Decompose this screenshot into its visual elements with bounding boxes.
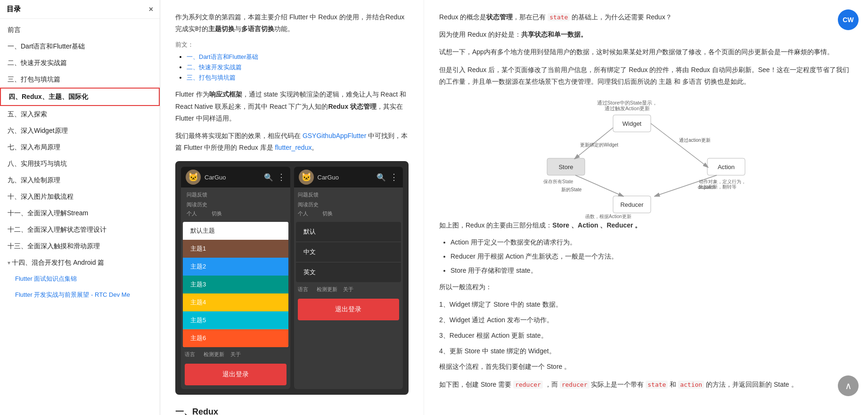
- sidebar-item-state-mgmt[interactable]: 十二、全面深入理解状态管理设计: [0, 221, 160, 238]
- flow-step: 4、更新 Store 中 state 绑定的 Widget。: [439, 345, 853, 357]
- theme-menu: 默认主题 主题1 主题2 主题3 主题4 主题5 主题6: [183, 222, 288, 347]
- article-result: 我们最终将实现如下图的效果，相应代码在 GSYGithubAppFlutter …: [175, 130, 409, 154]
- gsy-link[interactable]: GSYGithubAppFlutter: [303, 132, 366, 139]
- prev-links-list: 一、Dart语言和Flutter基础二、快速开发实战篇三、打包与填坑篇: [175, 53, 409, 82]
- redux-component-item: Action 用于定义一个数据变化的请求行为。: [450, 237, 853, 248]
- prev-link[interactable]: 一、Dart语言和Flutter基础: [187, 53, 258, 60]
- right-section-label3: 个人 切换: [298, 209, 400, 218]
- theme-default[interactable]: 默认主题: [183, 222, 288, 240]
- prev-list-item: 一、Dart语言和Flutter基础: [187, 53, 409, 61]
- phone-left-search-icon: 🔍: [264, 173, 273, 182]
- flow-step: 1、Widget 绑定了 Store 中的 state 数据。: [439, 299, 853, 310]
- right-intro2: 因为使用 Redux 的好处是：共享状态和单一数据。: [439, 29, 853, 41]
- right-para1: 试想一下，App内有多个地方使用到登陆用户的数据，这时候如果某处对用户数据做了修…: [439, 46, 853, 58]
- svg-text:比如刷新，翻转等: 比如刷新，翻转等: [699, 184, 737, 189]
- prev-section: 前文：: [175, 41, 409, 49]
- phone-left-more-icon: ⋮: [277, 172, 286, 182]
- right-section-label1: 问题反馈: [298, 189, 400, 200]
- right-composed: 如上图，Redux 的主要由三部分组成：Store 、Action 、Reduc…: [439, 220, 853, 231]
- prev-link[interactable]: 二、快速开发实战篇: [187, 64, 242, 71]
- sidebar-item-deep-widget[interactable]: 六、深入Widget原理: [0, 122, 160, 139]
- phone-right-avatar: 🐱: [299, 170, 314, 185]
- theme-2[interactable]: 主题2: [183, 258, 288, 276]
- left-section-label1: 问题反馈: [183, 189, 288, 200]
- sidebar-header: 目录 ×: [0, 0, 160, 19]
- sidebar-item-preface[interactable]: 前言: [0, 22, 160, 38]
- sidebar-item-gesture[interactable]: 十三、全面深入触摸和滑动原理: [0, 238, 160, 254]
- svg-text:动作对象，定义行为，: 动作对象，定义行为，: [699, 179, 746, 184]
- lang-menu: 默认 中文 英文: [296, 222, 401, 282]
- phone-right-logout[interactable]: 退出登录: [298, 299, 400, 320]
- scroll-top-button[interactable]: ∧: [838, 375, 859, 396]
- svg-text:Action: Action: [718, 163, 735, 171]
- theme-6[interactable]: 主题6: [183, 329, 288, 347]
- phone-left-title: CarGuo: [205, 174, 260, 181]
- sidebar-item-dart-flutter[interactable]: 一、Dart语言和Flutter基础: [0, 38, 160, 55]
- lang-default[interactable]: 默认: [296, 222, 401, 242]
- left-section-label2: 阅读历史: [183, 200, 288, 209]
- flow-label: 所以一般流程为：: [439, 281, 853, 293]
- sidebar-item-deep-layout[interactable]: 七、深入布局原理: [0, 139, 160, 155]
- left-section-label3: 个人 切换: [183, 209, 288, 218]
- article-pane: 作为系列文章的第四篇，本篇主要介绍 Flutter 中 Redux 的使用，并结…: [160, 0, 424, 415]
- sidebar-item-android[interactable]: 十四、混合开发打包 Android 篇: [0, 254, 160, 271]
- lang-english[interactable]: 英文: [296, 262, 401, 282]
- redux-diagram: 通过Store中的State显示， 通过触发Action更新 Widget St…: [439, 97, 853, 210]
- phone-left-avatar: 🐱: [186, 170, 201, 185]
- flow-step: 2、Widget 通过 Action 发布一个动作。: [439, 314, 853, 326]
- prev-link[interactable]: 三、打包与填坑篇: [187, 74, 236, 81]
- redux-component-item: Store 用于存储和管理 state。: [450, 265, 853, 277]
- svg-text:Widget: Widget: [622, 120, 642, 127]
- svg-text:通过Store中的State显示，: 通过Store中的State显示，: [597, 100, 658, 106]
- scroll-up-icon: ∧: [845, 380, 852, 391]
- flow-end: 根据这个流程，首先我们要创建一个 Store 。: [439, 361, 853, 373]
- right-para2: 但是引入 Redux 后，某个页面修改了当前用户信息，所有绑定了 Redux 的…: [439, 64, 853, 88]
- phones-container: 🐱 CarGuo 🔍 ⋮ 问题反馈 阅读历史 个人 切换 默认主题 主题1: [175, 161, 409, 395]
- flow-steps: 1、Widget 绑定了 Store 中的 state 数据。2、Widget …: [439, 299, 853, 358]
- svg-text:Store: Store: [558, 163, 573, 171]
- theme-1[interactable]: 主题1: [183, 240, 288, 258]
- theme-3[interactable]: 主题3: [183, 276, 288, 293]
- svg-text:Reducer: Reducer: [620, 201, 644, 208]
- redux-components-list: Action 用于定义一个数据变化的请求行为。Reducer 用于根据 Acti…: [439, 237, 853, 276]
- phone-left-logout[interactable]: 退出登录: [185, 364, 287, 385]
- sidebar-item-deep-image[interactable]: 十、深入图片加载流程: [0, 188, 160, 205]
- sidebar-close-button[interactable]: ×: [149, 5, 153, 14]
- phone-left: 🐱 CarGuo 🔍 ⋮ 问题反馈 阅读历史 个人 切换 默认主题 主题1: [181, 167, 290, 389]
- flow-step: 3、Reducer 根据 Action 更新 state。: [439, 330, 853, 342]
- lang-chinese[interactable]: 中文: [296, 242, 401, 262]
- right-section-label2: 阅读历史: [298, 200, 400, 209]
- sidebar-item-practical-tips[interactable]: 八、实用技巧与填坑: [0, 155, 160, 172]
- article-framework: Flutter 作为响应式框架，通过 state 实现跨帧渲染的逻辑，难免让人与…: [175, 89, 409, 124]
- redux-diagram-svg: 通过Store中的State显示， 通过触发Action更新 Widget St…: [439, 97, 853, 220]
- left-bottom-labels: 语言 检测更新 关于: [181, 349, 290, 360]
- sidebar-item-package[interactable]: 三、打包与填坑篇: [0, 71, 160, 88]
- phone-right-title: CarGuo: [318, 174, 373, 181]
- theme-5[interactable]: 主题5: [183, 311, 288, 329]
- sidebar: 目录 × 前言一、Dart语言和Flutter基础二、快速开发实战篇三、打包与填…: [0, 0, 160, 415]
- sidebar-item-deep-render[interactable]: 九、深入绘制原理: [0, 172, 160, 188]
- theme-4[interactable]: 主题4: [183, 293, 288, 311]
- svg-text:函数，根据Action更新: 函数，根据Action更新: [585, 214, 631, 219]
- sidebar-item-flutter-knowledge[interactable]: Flutter 面试知识点集锦: [0, 271, 160, 287]
- svg-line-12: [651, 123, 707, 167]
- sidebar-item-quick-dev[interactable]: 二、快速开发实战篇: [0, 55, 160, 71]
- right-pane: Redux 的概念是状态管理，那在已有 state 的基础上，为什么还需要 Re…: [424, 0, 868, 415]
- svg-text:新的State: 新的State: [561, 187, 582, 192]
- prev-list-item: 三、打包与填坑篇: [187, 73, 409, 82]
- article-intro: 作为系列文章的第四篇，本篇主要介绍 Flutter 中 Redux 的使用，并结…: [175, 11, 409, 35]
- sidebar-item-redux-theme[interactable]: 四、Redux、主题、国际化: [0, 88, 160, 106]
- sidebar-nav: 前言一、Dart语言和Flutter基础二、快速开发实战篇三、打包与填坑篇四、R…: [0, 19, 160, 305]
- svg-text:更新绑定的Widget: 更新绑定的Widget: [580, 142, 618, 147]
- svg-text:保存所有State: 保存所有State: [543, 179, 573, 184]
- svg-text:Store中的State: Store中的State: [592, 219, 624, 220]
- phone-right-search-icon: 🔍: [377, 173, 386, 182]
- phone-right: 🐱 CarGuo 🔍 ⋮ 问题反馈 阅读历史 个人 切换 默认 中文: [294, 167, 403, 389]
- sidebar-item-deep-explore[interactable]: 五、深入探索: [0, 106, 160, 122]
- sidebar-item-stream[interactable]: 十一、全面深入理解Stream: [0, 205, 160, 221]
- sidebar-item-flutter-rtc[interactable]: Flutter 开发实战与前景展望 - RTC Dev Me: [0, 287, 160, 303]
- cw-button[interactable]: CW: [838, 9, 859, 30]
- flutter-redux-link[interactable]: flutter_redux: [275, 144, 312, 151]
- main-content: 作为系列文章的第四篇，本篇主要介绍 Flutter 中 Redux 的使用，并结…: [160, 0, 868, 415]
- phone-right-header: 🐱 CarGuo 🔍 ⋮: [294, 167, 403, 187]
